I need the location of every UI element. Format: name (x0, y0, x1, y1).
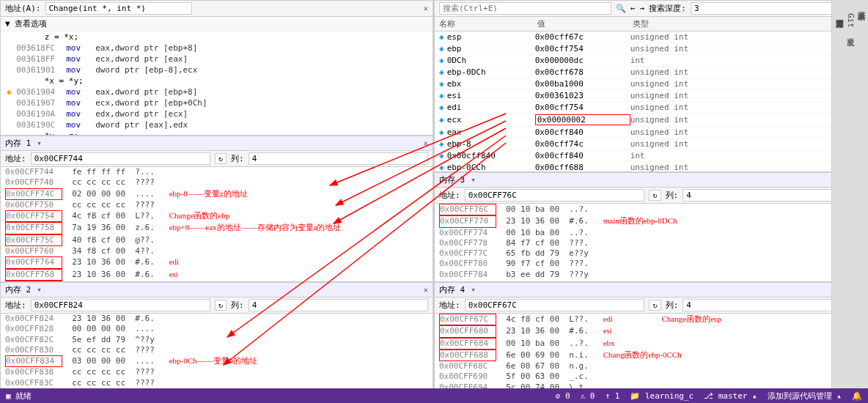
watch-head-type: 类型 (633, 18, 649, 29)
add-source[interactable]: 添加到源代码管理 ▴ (768, 391, 842, 402)
err-count[interactable]: ⊘ 0 (556, 391, 570, 401)
mem-row: 0x00CFF828 00 00 00 00 .... (1, 324, 433, 334)
watch-row[interactable]: ◈0DCh0x000000dcint (435, 55, 867, 67)
mem2-title: 内存 2 (5, 284, 31, 295)
mem-row: 0x00CFF768 23 10 36 00 #.6. esi (1, 269, 433, 281)
disasm-body: z = *x; 003618FCmoveax,dword ptr [ebp+8]… (1, 32, 433, 135)
refresh-icon[interactable]: ↻ (649, 300, 661, 311)
branch-label[interactable]: ⎇ master ▴ (704, 391, 757, 401)
mem4-addr-input[interactable] (465, 299, 645, 311)
mem-row: 0x00CFF74C 02 00 00 00 .... ebp-8——变量z的地… (1, 188, 433, 200)
mem1-body: 0x00CFF744 fe ff ff ff ?...0x00CFF748 cc… (1, 167, 433, 281)
search-icon[interactable]: 🔍 (616, 4, 626, 13)
mem-row: 0x00CFF758 7a 19 36 00 z.6. ebp+8——eax的地… (1, 222, 433, 234)
addr-label: 地址: (5, 300, 26, 311)
mem-row: 0x00CFF76C 00 10 ba 00 ..?. (435, 204, 867, 215)
right-tabs[interactable]: 诊断工具 Git 更改 方案资源管理器 (831, 0, 868, 388)
mem1-title: 内存 1 (5, 138, 31, 149)
mem1-col-input[interactable] (249, 152, 428, 165)
addr-label: 地址: (439, 300, 460, 311)
mem-row: 0x00CFF830 cc cc cc cc ???? (1, 345, 433, 355)
mem-row: 0x00CFF788 c1 25 23 d9 ?%#? (435, 280, 867, 281)
right-icon[interactable]: → (640, 4, 645, 13)
mem-row: 0x00CFF754 4c f8 cf 00 L??. Change函数的ebp (1, 210, 433, 222)
mem2-addr-input[interactable] (31, 299, 210, 311)
mem3-body: 0x00CFF76C 00 10 ba 00 ..?.0x00CFF770 23… (435, 204, 867, 281)
warn-count[interactable]: ⚠ 0 (581, 391, 595, 401)
watch-head-name: 名称 (439, 18, 537, 29)
ready-label: ▣ 就绪 (6, 391, 32, 402)
watch-row[interactable]: ◈edi0x00cff754unsigned int (435, 102, 867, 114)
mem-row: 0x00CFF750 cc cc cc cc ???? (1, 200, 433, 210)
mem-row: 0x00CFF680 23 10 36 00 #.6. esi (435, 325, 867, 337)
mem-row: 0x00CFF690 5f 00 63 00 _.c. (435, 371, 867, 382)
mem-row: 0x00CFF684 00 10 ba 00 ..?. ebx (435, 338, 867, 350)
mem2-col-input[interactable] (249, 299, 428, 311)
statusbar: ▣ 就绪 ⊘ 0 ⚠ 0 ↑ 1 📁 learning_c ⎇ master ▴… (0, 388, 868, 403)
mem-row: 0x00CFF744 fe ff ff ff ?... (1, 167, 433, 177)
depth-label: 搜索深度: (649, 3, 686, 14)
mem-row: 0x00CFF82C 5e ef dd 79 ^??y (1, 335, 433, 345)
mem3-addr-input[interactable] (465, 189, 645, 202)
addr-label: 地址: (5, 153, 26, 164)
mem-row: 0x00CFF67C 4c f8 cf 00 L??. edi Change函数… (435, 314, 867, 325)
mem-row: 0x00CFF834 03 00 00 00 .... ebp-0Ch——变量b… (1, 355, 433, 367)
refresh-icon[interactable]: ↻ (649, 190, 661, 201)
mem-row: 0x00CFF780 90 f7 cf 00 ???. (435, 259, 867, 269)
watch-row[interactable]: ◈ebp-80x00cff74cunsigned int (435, 138, 867, 150)
mem-row: 0x00CFF76C 00 10 ba 00 ..?. ebx (1, 281, 433, 281)
watch-row[interactable]: ◈esp0x00cff67cunsigned int (435, 32, 867, 43)
watch-row[interactable]: ◈ebp0x00cff754unsigned int (435, 43, 867, 55)
col-label: 列: (231, 153, 244, 164)
mem-row: 0x00CFF778 84 f7 cf 00 ???. (435, 238, 867, 248)
mem4-title: 内存 4 (439, 284, 465, 295)
addr-label: 地址: (439, 190, 460, 201)
watch-row[interactable]: ◈eax0x00cff840unsigned int (435, 127, 867, 138)
watch-row[interactable]: ◈ebp-0CCh0x00cff688unsigned int (435, 162, 867, 171)
watch-row[interactable]: ◈ebp-0DCh0x00cff678unsigned int (435, 67, 867, 78)
col-label: 列: (666, 300, 679, 311)
mem-row: 0x00CFF75C 40 f8 cf 00 @??. (1, 234, 433, 246)
col-label: 列: (666, 190, 679, 201)
bell-icon[interactable]: 🔔 (852, 391, 862, 401)
chevron-down-icon[interactable]: ▼ (5, 19, 10, 29)
col-label: 列: (231, 300, 244, 311)
mem1-addr-input[interactable] (31, 152, 210, 165)
watch-head-val: 值 (537, 18, 633, 29)
watch-body: ◈esp0x00cff67cunsigned int◈ebp0x00cff754… (435, 32, 867, 171)
mem-row: 0x00CFF77C 65 fb dd 79 e??y (435, 248, 867, 259)
watch-row[interactable]: ◈ebx0x00ba1000unsigned int (435, 78, 867, 90)
mem-row: 0x00CFF824 23 10 36 00 #.6. (1, 314, 433, 324)
mem-row: 0x00CFF760 34 f8 cf 00 4??. (1, 246, 433, 256)
watch-row[interactable]: ◈ecx0x00000002unsigned int (435, 114, 867, 127)
mem3-title: 内存 3 (439, 174, 465, 185)
watch-row[interactable]: ◈esi0x00361023unsigned int (435, 90, 867, 102)
close-icon[interactable]: ✕ (423, 285, 428, 295)
mem-row: 0x00CFF83C cc cc cc cc ???? (1, 378, 433, 388)
refresh-icon[interactable]: ↻ (215, 300, 227, 311)
mem-row: 0x00CFF838 cc cc cc cc ???? (1, 367, 433, 377)
watch-row[interactable]: ◈0x00cff8400x00cff840int (435, 150, 867, 162)
close-icon[interactable]: ✕ (423, 4, 428, 13)
disasm-func-input[interactable] (45, 2, 192, 15)
learning-label[interactable]: 📁 learning_c (630, 391, 694, 401)
mem-row: 0x00CFF764 23 10 36 00 #.6. edi (1, 256, 433, 268)
view-options-label: 查看选项 (15, 19, 47, 29)
mem-row: 0x00CFF68C 6e 00 67 00 n.g. (435, 361, 867, 371)
refresh-icon[interactable]: ↻ (215, 153, 227, 164)
mem-row: 0x00CFF748 cc cc cc cc ???? (1, 177, 433, 188)
search-input[interactable] (439, 2, 611, 15)
mem-row: 0x00CFF774 00 10 ba 00 ..?. (435, 228, 867, 238)
addr-label: 地址(A): (5, 3, 41, 14)
close-icon[interactable]: ✕ (423, 138, 428, 148)
mem-row: 0x00CFF688 6e 00 69 00 n.i. Chang函数的ebp-… (435, 350, 867, 361)
mem-row: 0x00CFF784 b3 ee dd 79 ???y (435, 270, 867, 280)
left-icon[interactable]: ← (630, 4, 636, 13)
mem-row: 0x00CFF770 23 10 36 00 #.6. main函数的ebp-0… (435, 215, 867, 227)
info-count[interactable]: ↑ 1 (605, 391, 619, 401)
